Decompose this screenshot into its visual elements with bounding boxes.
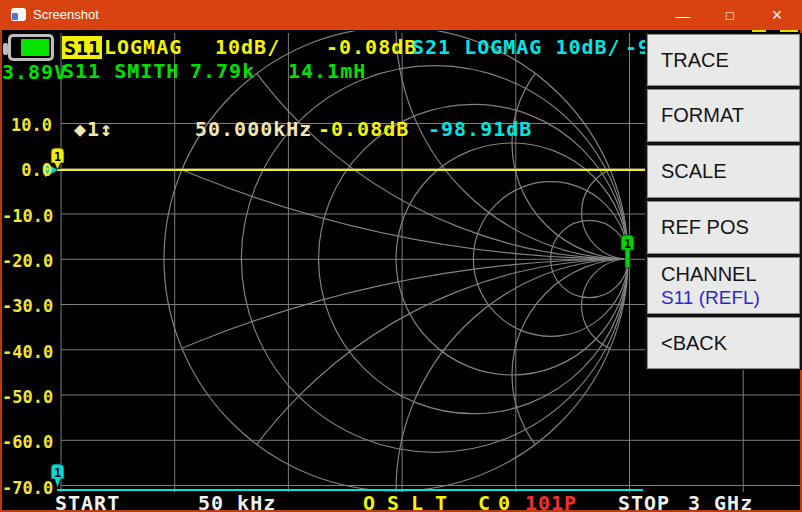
- sweep-dots: [762, 494, 799, 497]
- y-axis-label: -50.0: [2, 387, 52, 407]
- y-axis-label: -40.0: [2, 342, 52, 362]
- svg-text:1: 1: [54, 150, 61, 164]
- marker-s21-value: -98.91dB: [428, 118, 532, 141]
- battery-icon: [8, 34, 54, 61]
- menu-button-scale[interactable]: SCALE: [647, 145, 800, 198]
- stop-frequency[interactable]: 3 GHz: [688, 492, 753, 512]
- y-axis-label: 10.0: [2, 115, 52, 135]
- battery-voltage: 3.89V: [2, 61, 67, 84]
- marker-frequency: 50.000kHz: [195, 118, 312, 141]
- marker-s11-value: -0.08dB: [318, 118, 409, 141]
- menu-button-refpos[interactable]: REF POS: [647, 201, 800, 254]
- trace3-info[interactable]: S21 LOGMAG 10dB/: [412, 36, 621, 59]
- battery-level-fill: [21, 39, 49, 56]
- trace1-format[interactable]: LOGMAG: [104, 36, 182, 59]
- menu-button-trace[interactable]: TRACE: [647, 34, 800, 86]
- side-menu: TRACE FORMAT SCALE REF POS CHANNEL S11 (…: [645, 33, 802, 370]
- cal-slot: C0: [478, 492, 518, 512]
- start-label: START: [55, 492, 120, 512]
- y-axis-label: -60.0: [2, 432, 52, 452]
- sweep-points: 101P: [525, 492, 577, 512]
- maximize-button[interactable]: □: [707, 0, 753, 30]
- menu-button-channel[interactable]: CHANNEL S11 (REFL): [647, 257, 800, 314]
- menu-button-back[interactable]: <BACK: [647, 317, 800, 369]
- marker-flag-s11-logmag[interactable]: 1: [51, 148, 64, 170]
- channel-current-value: S11 (REFL): [661, 287, 799, 309]
- y-axis-label: -30.0: [2, 296, 52, 316]
- y-axis-label: -20.0: [2, 251, 52, 271]
- app-icon: [11, 8, 26, 21]
- marker-flag-s11-smith[interactable]: 1: [621, 235, 634, 268]
- titlebar[interactable]: Screenshot — □ ×: [0, 0, 802, 30]
- trace2-info[interactable]: S11 SMITH: [62, 60, 179, 83]
- svg-text:1: 1: [54, 466, 61, 480]
- active-trace-chip[interactable]: S11: [62, 36, 102, 59]
- app-window: 1 1 1 3.89V S11 LOGMAG 10dB/ -0.08dB S21…: [0, 0, 802, 512]
- menu-button-format[interactable]: FORMAT: [647, 89, 800, 142]
- trace2-resistance: 7.79k: [190, 60, 255, 83]
- start-frequency[interactable]: 50 kHz: [198, 492, 276, 512]
- trace2-inductance: 14.1mH: [288, 60, 366, 83]
- y-axis-label: -10.0: [2, 206, 52, 226]
- y-axis-label: -70.0: [2, 478, 52, 498]
- close-button[interactable]: ×: [754, 0, 800, 30]
- trace1-scale[interactable]: 10dB/: [215, 36, 280, 59]
- trace1-value: -0.08dB: [326, 36, 417, 59]
- marker-symbol[interactable]: ◆1↕: [74, 118, 113, 141]
- window-title: Screenshot: [33, 7, 99, 22]
- svg-text:1: 1: [624, 237, 631, 251]
- y-axis-label: 0.0: [2, 160, 52, 180]
- minimize-button[interactable]: —: [660, 0, 706, 30]
- cal-status: OSLT: [363, 492, 459, 512]
- stop-label: STOP: [618, 492, 670, 512]
